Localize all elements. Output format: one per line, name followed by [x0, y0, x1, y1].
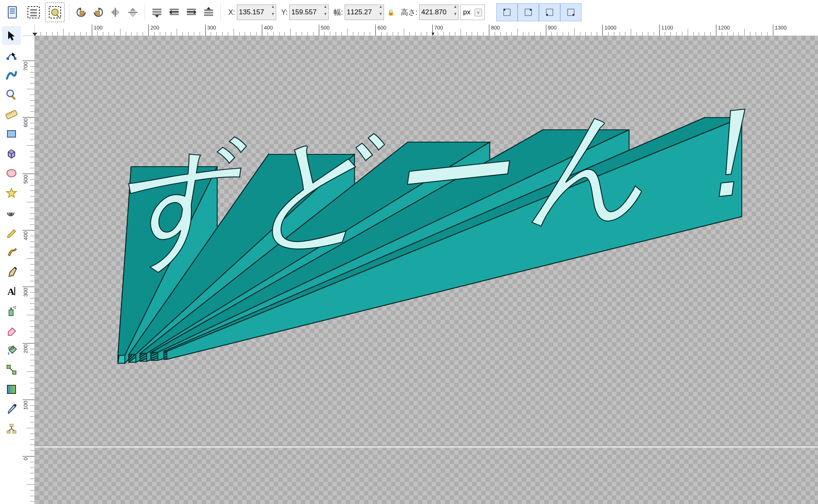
- svg-rect-12: [95, 11, 100, 15]
- svg-rect-55: [7, 385, 16, 393]
- svg-rect-57: [10, 424, 13, 427]
- zoom-tool[interactable]: [2, 85, 21, 104]
- svg-point-48: [13, 307, 14, 308]
- separator: [69, 4, 69, 21]
- svg-rect-29: [546, 14, 548, 16]
- svg-text:ん: ん: [515, 90, 654, 240]
- svg-text:A: A: [7, 286, 15, 297]
- svg-rect-27: [530, 9, 532, 11]
- separator: [220, 4, 221, 21]
- svg-point-9: [52, 9, 58, 16]
- svg-rect-25: [504, 9, 505, 11]
- origin-tr-button[interactable]: [518, 3, 539, 21]
- chevron-down-icon: ∨: [475, 9, 482, 16]
- 3dbox-tool[interactable]: [2, 144, 21, 163]
- select-box-button[interactable]: [45, 2, 65, 22]
- node-tool[interactable]: [2, 46, 21, 65]
- svg-rect-56: [14, 404, 16, 407]
- select-all-button[interactable]: [24, 2, 43, 22]
- svg-rect-23: [204, 12, 213, 14]
- svg-rect-42: [7, 131, 16, 137]
- origin-bl-button[interactable]: [539, 3, 560, 21]
- canvas[interactable]: ずどーん！: [35, 36, 818, 504]
- svg-point-49: [14, 308, 16, 309]
- svg-rect-18: [170, 14, 179, 15]
- svg-rect-46: [9, 310, 13, 316]
- page-boundary: [35, 445, 818, 448]
- svg-rect-0: [8, 7, 16, 18]
- svg-rect-37: [5, 110, 17, 119]
- svg-text:ー: ー: [379, 103, 520, 253]
- svg-point-35: [7, 90, 14, 97]
- svg-rect-14: [152, 11, 161, 13]
- svg-rect-36: [11, 96, 16, 100]
- lower-to-bottom-button[interactable]: [149, 2, 165, 22]
- svg-rect-52: [7, 365, 10, 368]
- eraser-tool[interactable]: [2, 321, 21, 340]
- svg-line-54: [10, 368, 13, 371]
- svg-rect-7: [30, 15, 37, 16]
- sculpt-tool[interactable]: [2, 66, 21, 84]
- artwork-3d-text[interactable]: ずどーん！: [84, 110, 756, 396]
- selector-tool[interactable]: [2, 26, 21, 45]
- diagram-tool[interactable]: [2, 419, 21, 438]
- svg-rect-34: [14, 57, 16, 60]
- svg-rect-31: [573, 14, 574, 16]
- toolbox: A: [0, 25, 23, 504]
- options-toolbar: X: 135.157▲▼ Y: 159.557▲▼ 幅: 1125.27▲▼ 🔒…: [0, 0, 818, 25]
- vertical-ruler[interactable]: [23, 36, 35, 504]
- rotate-ccw-button[interactable]: [73, 2, 89, 22]
- svg-rect-33: [7, 57, 9, 60]
- origin-tl-button[interactable]: [496, 3, 518, 21]
- unit-select[interactable]: px∨: [460, 5, 485, 20]
- bezier-tool[interactable]: [2, 262, 21, 281]
- svg-text:！: ！: [654, 79, 790, 228]
- lock-aspect-icon[interactable]: 🔒: [387, 9, 394, 16]
- height-input[interactable]: 421.870▲▼: [419, 5, 459, 20]
- svg-rect-19: [187, 9, 196, 10]
- work-area: ▼ ずどーん！: [23, 25, 818, 504]
- svg-rect-15: [152, 14, 161, 15]
- spray-tool[interactable]: [2, 301, 21, 320]
- horizontal-ruler[interactable]: ▼: [35, 25, 818, 36]
- dropper-tool[interactable]: [2, 400, 21, 418]
- raise-button[interactable]: [184, 2, 199, 22]
- connector-tool[interactable]: [2, 360, 21, 379]
- gradient-tool[interactable]: [2, 380, 21, 399]
- separator: [145, 4, 145, 21]
- ellipse-tool[interactable]: [2, 164, 21, 183]
- svg-rect-24: [204, 14, 213, 16]
- calligraphy-tool[interactable]: [2, 242, 21, 261]
- svg-text:ど: ど: [240, 113, 396, 265]
- text-tool[interactable]: A: [2, 282, 21, 301]
- lower-button[interactable]: [166, 2, 182, 22]
- rectangle-tool[interactable]: [2, 124, 21, 143]
- svg-rect-58: [7, 431, 10, 433]
- star-tool[interactable]: [2, 183, 21, 202]
- width-input[interactable]: 1125.27▲▼: [345, 5, 384, 20]
- svg-rect-2: [10, 11, 15, 11]
- measure-tool[interactable]: [2, 105, 21, 124]
- y-input[interactable]: 159.557▲▼: [289, 5, 329, 20]
- svg-point-50: [15, 306, 16, 307]
- pencil-tool[interactable]: [2, 223, 21, 242]
- ruler-origin-marker: [32, 33, 37, 36]
- paint-bucket-tool[interactable]: [2, 341, 21, 359]
- svg-rect-1: [10, 9, 15, 9]
- width-label: 幅:: [334, 7, 343, 17]
- flip-horizontal-button[interactable]: [108, 2, 123, 22]
- svg-rect-53: [13, 371, 16, 374]
- origin-br-button[interactable]: [560, 3, 582, 21]
- svg-rect-11: [80, 11, 84, 15]
- spiral-tool[interactable]: [2, 203, 21, 222]
- raise-to-top-button[interactable]: [201, 2, 216, 22]
- page-mode-button[interactable]: [2, 2, 22, 22]
- ruler-cursor-marker: ▼: [431, 31, 435, 36]
- x-input[interactable]: 135.157▲▼: [237, 5, 276, 20]
- svg-rect-5: [30, 9, 37, 11]
- rotate-cw-button[interactable]: [91, 2, 106, 22]
- svg-rect-59: [13, 431, 16, 433]
- svg-rect-13: [152, 9, 161, 10]
- x-label: X:: [228, 8, 235, 17]
- flip-vertical-button[interactable]: [125, 2, 141, 22]
